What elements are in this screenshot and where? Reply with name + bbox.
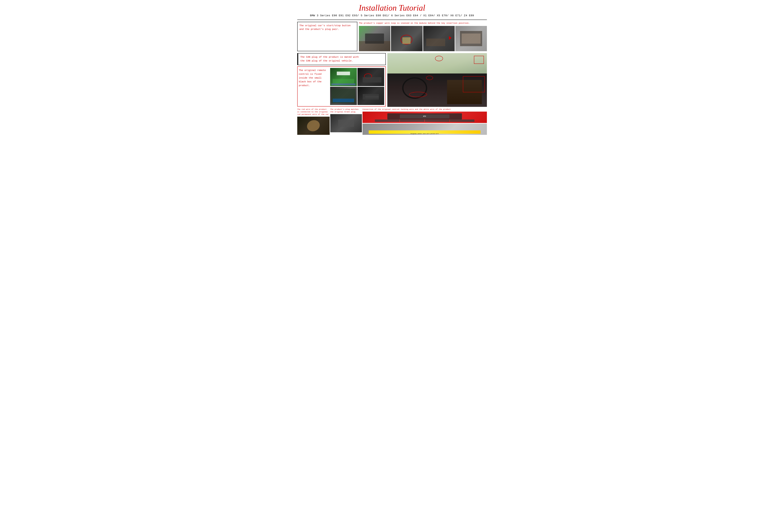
bottom-section: The red wire of the product is connected… (297, 108, 487, 135)
car-interior-wrap (387, 53, 487, 107)
middle-right (387, 53, 487, 107)
remote-photos (330, 68, 384, 105)
photo-red-wire (297, 117, 330, 135)
bottom-col-1: The red wire of the product is connected… (297, 108, 330, 135)
remote-section: The original remote control is fixed ins… (297, 66, 386, 107)
page-title: Installation Tutorial (297, 3, 487, 12)
photo-copper-loop-1 (391, 26, 423, 51)
bottom-desc-2: The product's plug matches the original … (330, 108, 362, 113)
photo-wire-hand (358, 87, 384, 105)
photo-copper-loop-2 (423, 26, 455, 51)
photo-remote-pcb-top (330, 68, 357, 86)
bottom-col-2: The product's plug matches the original … (330, 108, 362, 135)
car-interior-photo (387, 53, 487, 107)
yellow-wire-label: Original center lock wire yellow wire (365, 133, 484, 134)
bottom-col-3: Connection of the original central locki… (363, 108, 487, 135)
photo-start-stop (359, 26, 391, 51)
photo-dtc-button: DTC (363, 112, 487, 123)
top-left-description: The original car's start/stop button and… (300, 24, 355, 31)
middle-left: The CAN plug of the product is mated wit… (297, 53, 386, 107)
remote-description: The original remote control is fixed ins… (299, 68, 329, 88)
divider (297, 20, 487, 20)
bottom-desc-1: The red wire of the product is connected… (297, 108, 330, 116)
top-left-box: The original car's start/stop button and… (297, 22, 357, 51)
middle-section: The CAN plug of the product is mated wit… (297, 53, 487, 107)
top-section: The original car's start/stop button and… (297, 22, 487, 51)
photo-remote-pcb-bottom (330, 87, 357, 105)
photo-brake-plug (330, 114, 362, 132)
can-plug-description: The CAN plug of the product is mated wit… (301, 55, 383, 63)
bottom-desc-3: Connection of the original central locki… (363, 108, 487, 111)
top-right-description: The product's copper wire loop is sleeve… (359, 22, 487, 25)
page-subtitle: BMW 3 Series E90 E91 E92 E93/ 5 Series E… (297, 14, 487, 17)
photo-can-connector (358, 68, 384, 86)
can-plug-box: The CAN plug of the product is mated wit… (297, 53, 386, 65)
photo-module-back (455, 26, 487, 51)
top-right-area: The product's copper wire loop is sleeve… (359, 22, 487, 51)
top-photos (359, 26, 487, 51)
photo-yellow-wire: Original center lock wire yellow wire (363, 123, 487, 135)
